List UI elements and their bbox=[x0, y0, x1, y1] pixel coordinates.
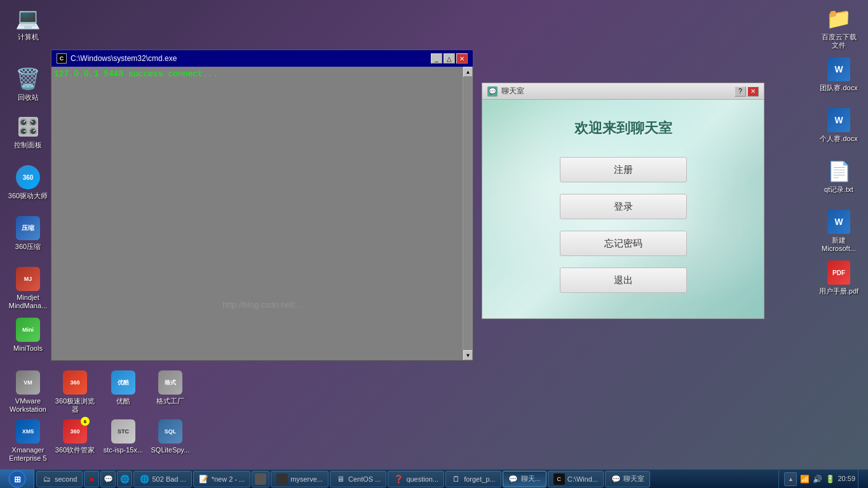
taskbar-icon-cmd: C bbox=[553, 473, 565, 485]
desktop-icon-pdf-manual[interactable]: PDF 用户手册.pdf bbox=[816, 257, 862, 298]
taskbar-icon-second: 🗂 bbox=[42, 474, 52, 484]
taskbar-item-browser-icon[interactable]: 🌐 bbox=[117, 471, 132, 487]
desktop-icon-word-personal[interactable]: W 个人赛.docx bbox=[816, 105, 862, 146]
taskbar-item-app1[interactable] bbox=[252, 471, 269, 487]
taskbar-item-second[interactable]: 🗂 second bbox=[36, 471, 83, 487]
cmd-minimize-btn[interactable]: _ bbox=[431, 53, 442, 64]
desktop-icon-vmware[interactable]: VM VMwareWorkstation bbox=[5, 367, 51, 416]
cmd-scroll-up[interactable]: ▲ bbox=[463, 67, 473, 77]
taskbar-icon-chatroom: 💬 bbox=[611, 474, 621, 484]
taskbar-icon-browser: 🌐 bbox=[120, 474, 130, 484]
cmd-body: 127.0.0.1 5448 success connect... http:/… bbox=[51, 67, 473, 360]
taskbar-tray: ▲ 📶 🔊 🔋 20:59 bbox=[778, 470, 868, 488]
taskbar-icon-app1 bbox=[255, 473, 266, 485]
taskbar-item-msg[interactable]: 💬 bbox=[100, 471, 116, 487]
taskbar-item-forget[interactable]: 🗒 forget_p... bbox=[445, 471, 501, 487]
svg-text:⊞: ⊞ bbox=[13, 475, 20, 484]
tray-icon-sound: 🔊 bbox=[812, 474, 822, 484]
taskbar-icon-msg: 💬 bbox=[104, 474, 113, 484]
chat-welcome: 欢迎来到聊天室 bbox=[574, 119, 672, 138]
taskbar-item-yuepeng[interactable]: 💬 聊天... bbox=[503, 471, 546, 487]
chat-icon: 💬 bbox=[487, 86, 498, 97]
taskbar-icon-yuepeng: 💬 bbox=[508, 474, 519, 484]
chat-body: 欢迎来到聊天室 注册 登录 忘记密码 退出 bbox=[482, 100, 764, 318]
taskbar-item-myserve[interactable]: myserve... bbox=[271, 471, 329, 487]
desktop-icon-youku[interactable]: 优酷 优酷 bbox=[100, 367, 146, 408]
desktop-icon-stc[interactable]: STC stc-isp-15x... bbox=[100, 416, 146, 457]
start-button[interactable]: ⊞ bbox=[0, 470, 34, 488]
tray-icon-battery: 🔋 bbox=[825, 474, 835, 484]
desktop-icon-360soft[interactable]: 6 360 360软件管家 bbox=[52, 416, 98, 457]
desktop-icon-xmanager[interactable]: XM5 XmanagerEnterprise 5 bbox=[5, 416, 51, 465]
taskbar-items: 🗂 second ● 💬 🌐 🌐 502 Bad ... 📝 *new 2 - … bbox=[34, 470, 778, 489]
desktop-icon-style[interactable]: 格式 格式工厂 bbox=[147, 367, 193, 408]
cmd-scroll-down[interactable]: ▼ bbox=[463, 350, 473, 360]
desktop-icon-360fast[interactable]: 360 360极速浏览器 bbox=[52, 367, 98, 416]
desktop-icon-txt-qt[interactable]: 📄 qt记录.txt bbox=[816, 156, 862, 196]
taskbar-item-cmd[interactable]: C C:\Wind... bbox=[548, 471, 604, 487]
desktop-icon-mindjet[interactable]: MJ MindjetMindMana... bbox=[5, 264, 51, 313]
desktop-icon-control[interactable]: 🎛️ 控制面板 bbox=[5, 111, 51, 152]
desktop: 💻 计算机 Nav NavicatPremium ⚡ 迅雷 VS VS-2010… bbox=[0, 0, 868, 469]
chat-login-btn[interactable]: 登录 bbox=[560, 194, 687, 219]
taskbar-clock: 20:59 bbox=[837, 474, 855, 483]
chat-exit-btn[interactable]: 退出 bbox=[560, 268, 687, 293]
taskbar-item-chatroom[interactable]: 💬 聊天室 bbox=[605, 471, 650, 487]
chat-window: 💬 聊天室 ? ✕ 欢迎来到聊天室 注册 登录 忘记密码 退出 bbox=[482, 83, 764, 319]
desktop-icon-360zip[interactable]: 压缩 360压缩 bbox=[5, 213, 51, 254]
taskbar-item-badge[interactable]: ● bbox=[84, 471, 99, 487]
taskbar-item-502bad[interactable]: 🌐 502 Bad ... bbox=[133, 471, 191, 487]
cmd-window: C C:\Windows\system32\cmd.exe _ △ ✕ 127.… bbox=[51, 50, 473, 361]
taskbar-icon-centos: 🖥 bbox=[336, 474, 346, 484]
taskbar-item-notepad[interactable]: 📝 *new 2 - ... bbox=[193, 471, 251, 487]
desktop-icon-recycle[interactable]: 🗑️ 回收站 bbox=[5, 64, 51, 104]
desktop-icon-word-new[interactable]: W 新建Microsoft... bbox=[816, 207, 862, 255]
taskbar-icon-question: ❓ bbox=[393, 474, 403, 484]
chat-register-btn[interactable]: 注册 bbox=[560, 157, 687, 182]
cmd-titlebar[interactable]: C C:\Windows\system32\cmd.exe _ △ ✕ bbox=[51, 50, 473, 67]
chat-title: 聊天室 bbox=[501, 86, 524, 97]
desktop-icon-computer[interactable]: 💻 计算机 bbox=[5, 3, 51, 44]
cmd-output: 127.0.0.1 5448 success connect... bbox=[54, 69, 217, 79]
desktop-icon-minitools[interactable]: Mini MiniTools bbox=[5, 315, 51, 355]
chat-close-btn[interactable]: ✕ bbox=[747, 86, 759, 97]
cmd-scroll-track[interactable] bbox=[463, 77, 473, 350]
taskbar-icon-forget: 🗒 bbox=[451, 474, 461, 484]
cmd-icon: C bbox=[57, 53, 67, 64]
desktop-icon-360driver[interactable]: 360 360驱动大师 bbox=[5, 162, 51, 203]
desktop-icon-folder-dl[interactable]: 📁 百度云下载文件 bbox=[816, 3, 862, 52]
taskbar-icon-502bad: 🌐 bbox=[139, 474, 149, 484]
chat-background: 欢迎来到聊天室 注册 登录 忘记密码 退出 bbox=[482, 100, 764, 318]
show-desktop-btn[interactable] bbox=[858, 470, 863, 488]
tray-expand-btn[interactable]: ▲ bbox=[784, 472, 797, 486]
desktop-icon-sqlite[interactable]: SQL SQLiteSpy... bbox=[147, 416, 193, 457]
chat-forgot-btn[interactable]: 忘记密码 bbox=[560, 231, 687, 256]
desktop-icon-word-team[interactable]: W 团队赛.docx bbox=[816, 54, 862, 95]
cmd-title: C:\Windows\system32\cmd.exe bbox=[71, 54, 177, 63]
taskbar-icon-badge: ● bbox=[87, 474, 96, 484]
taskbar-icon-myserve bbox=[276, 473, 288, 485]
cmd-watermark: http://blog.csdn.net/... bbox=[222, 300, 301, 309]
taskbar: ⊞ 🗂 second ● 💬 🌐 🌐 502 Bad ... 📝 *new 2 … bbox=[0, 469, 868, 488]
cmd-content: 127.0.0.1 5448 success connect... bbox=[51, 67, 463, 360]
chat-titlebar[interactable]: 💬 聊天室 ? ✕ bbox=[482, 83, 764, 100]
taskbar-icon-notepad: 📝 bbox=[199, 474, 209, 484]
cmd-scrollbar[interactable]: ▲ ▼ bbox=[463, 67, 473, 360]
tray-icon-network: 📶 bbox=[799, 474, 810, 484]
cmd-maximize-btn[interactable]: △ bbox=[444, 53, 455, 64]
chat-help-btn[interactable]: ? bbox=[735, 86, 746, 97]
chat-buttons: 注册 登录 忘记密码 退出 bbox=[560, 157, 687, 293]
taskbar-item-centos[interactable]: 🖥 CentOS ... bbox=[330, 471, 386, 487]
cmd-close-btn[interactable]: ✕ bbox=[456, 53, 468, 64]
taskbar-item-question[interactable]: ❓ question... bbox=[388, 471, 444, 487]
